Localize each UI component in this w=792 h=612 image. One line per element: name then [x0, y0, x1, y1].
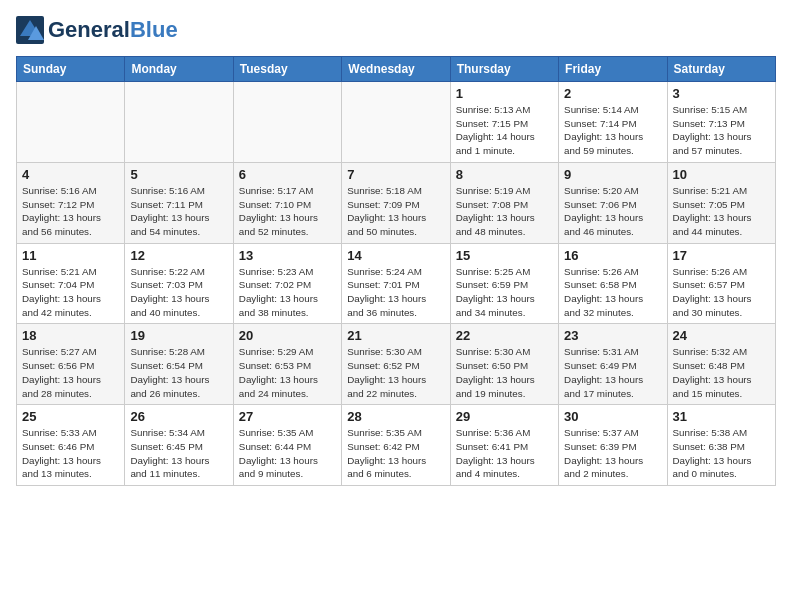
- calendar-cell: 30Sunrise: 5:37 AM Sunset: 6:39 PM Dayli…: [559, 405, 667, 486]
- day-info: Sunrise: 5:27 AM Sunset: 6:56 PM Dayligh…: [22, 345, 119, 400]
- day-number: 17: [673, 248, 770, 263]
- calendar-cell: 27Sunrise: 5:35 AM Sunset: 6:44 PM Dayli…: [233, 405, 341, 486]
- day-number: 6: [239, 167, 336, 182]
- header-monday: Monday: [125, 57, 233, 82]
- calendar-table: SundayMondayTuesdayWednesdayThursdayFrid…: [16, 56, 776, 486]
- calendar-cell: 6Sunrise: 5:17 AM Sunset: 7:10 PM Daylig…: [233, 162, 341, 243]
- day-number: 22: [456, 328, 553, 343]
- calendar-cell: [125, 82, 233, 163]
- logo-blue: Blue: [130, 17, 178, 42]
- day-number: 31: [673, 409, 770, 424]
- day-number: 8: [456, 167, 553, 182]
- calendar-cell: 12Sunrise: 5:22 AM Sunset: 7:03 PM Dayli…: [125, 243, 233, 324]
- day-number: 4: [22, 167, 119, 182]
- calendar-cell: 14Sunrise: 5:24 AM Sunset: 7:01 PM Dayli…: [342, 243, 450, 324]
- calendar-cell: 7Sunrise: 5:18 AM Sunset: 7:09 PM Daylig…: [342, 162, 450, 243]
- logo-icon: [16, 16, 44, 44]
- day-number: 26: [130, 409, 227, 424]
- day-number: 14: [347, 248, 444, 263]
- week-row-2: 11Sunrise: 5:21 AM Sunset: 7:04 PM Dayli…: [17, 243, 776, 324]
- calendar-cell: 24Sunrise: 5:32 AM Sunset: 6:48 PM Dayli…: [667, 324, 775, 405]
- day-info: Sunrise: 5:28 AM Sunset: 6:54 PM Dayligh…: [130, 345, 227, 400]
- day-number: 2: [564, 86, 661, 101]
- calendar-cell: 26Sunrise: 5:34 AM Sunset: 6:45 PM Dayli…: [125, 405, 233, 486]
- day-number: 11: [22, 248, 119, 263]
- calendar-cell: 1Sunrise: 5:13 AM Sunset: 7:15 PM Daylig…: [450, 82, 558, 163]
- header-saturday: Saturday: [667, 57, 775, 82]
- calendar-cell: 18Sunrise: 5:27 AM Sunset: 6:56 PM Dayli…: [17, 324, 125, 405]
- header-friday: Friday: [559, 57, 667, 82]
- day-info: Sunrise: 5:36 AM Sunset: 6:41 PM Dayligh…: [456, 426, 553, 481]
- calendar-cell: 11Sunrise: 5:21 AM Sunset: 7:04 PM Dayli…: [17, 243, 125, 324]
- calendar-cell: 29Sunrise: 5:36 AM Sunset: 6:41 PM Dayli…: [450, 405, 558, 486]
- calendar-cell: [17, 82, 125, 163]
- day-info: Sunrise: 5:16 AM Sunset: 7:12 PM Dayligh…: [22, 184, 119, 239]
- day-info: Sunrise: 5:18 AM Sunset: 7:09 PM Dayligh…: [347, 184, 444, 239]
- calendar-cell: 13Sunrise: 5:23 AM Sunset: 7:02 PM Dayli…: [233, 243, 341, 324]
- logo: GeneralBlue: [16, 16, 178, 44]
- calendar-cell: [342, 82, 450, 163]
- calendar-cell: 21Sunrise: 5:30 AM Sunset: 6:52 PM Dayli…: [342, 324, 450, 405]
- calendar-cell: 28Sunrise: 5:35 AM Sunset: 6:42 PM Dayli…: [342, 405, 450, 486]
- calendar-cell: [233, 82, 341, 163]
- day-number: 20: [239, 328, 336, 343]
- day-number: 19: [130, 328, 227, 343]
- day-info: Sunrise: 5:35 AM Sunset: 6:42 PM Dayligh…: [347, 426, 444, 481]
- day-info: Sunrise: 5:17 AM Sunset: 7:10 PM Dayligh…: [239, 184, 336, 239]
- day-info: Sunrise: 5:24 AM Sunset: 7:01 PM Dayligh…: [347, 265, 444, 320]
- day-number: 24: [673, 328, 770, 343]
- day-info: Sunrise: 5:38 AM Sunset: 6:38 PM Dayligh…: [673, 426, 770, 481]
- calendar-cell: 19Sunrise: 5:28 AM Sunset: 6:54 PM Dayli…: [125, 324, 233, 405]
- day-info: Sunrise: 5:35 AM Sunset: 6:44 PM Dayligh…: [239, 426, 336, 481]
- day-info: Sunrise: 5:37 AM Sunset: 6:39 PM Dayligh…: [564, 426, 661, 481]
- day-number: 28: [347, 409, 444, 424]
- day-info: Sunrise: 5:23 AM Sunset: 7:02 PM Dayligh…: [239, 265, 336, 320]
- day-number: 16: [564, 248, 661, 263]
- day-number: 21: [347, 328, 444, 343]
- page-header: GeneralBlue: [16, 16, 776, 44]
- calendar-cell: 8Sunrise: 5:19 AM Sunset: 7:08 PM Daylig…: [450, 162, 558, 243]
- day-info: Sunrise: 5:21 AM Sunset: 7:05 PM Dayligh…: [673, 184, 770, 239]
- day-number: 9: [564, 167, 661, 182]
- day-info: Sunrise: 5:26 AM Sunset: 6:58 PM Dayligh…: [564, 265, 661, 320]
- week-row-1: 4Sunrise: 5:16 AM Sunset: 7:12 PM Daylig…: [17, 162, 776, 243]
- day-info: Sunrise: 5:26 AM Sunset: 6:57 PM Dayligh…: [673, 265, 770, 320]
- calendar-cell: 3Sunrise: 5:15 AM Sunset: 7:13 PM Daylig…: [667, 82, 775, 163]
- day-info: Sunrise: 5:30 AM Sunset: 6:50 PM Dayligh…: [456, 345, 553, 400]
- calendar-cell: 10Sunrise: 5:21 AM Sunset: 7:05 PM Dayli…: [667, 162, 775, 243]
- day-info: Sunrise: 5:22 AM Sunset: 7:03 PM Dayligh…: [130, 265, 227, 320]
- day-info: Sunrise: 5:34 AM Sunset: 6:45 PM Dayligh…: [130, 426, 227, 481]
- header-thursday: Thursday: [450, 57, 558, 82]
- week-row-4: 25Sunrise: 5:33 AM Sunset: 6:46 PM Dayli…: [17, 405, 776, 486]
- day-info: Sunrise: 5:33 AM Sunset: 6:46 PM Dayligh…: [22, 426, 119, 481]
- logo-text: GeneralBlue: [48, 19, 178, 41]
- calendar-cell: 25Sunrise: 5:33 AM Sunset: 6:46 PM Dayli…: [17, 405, 125, 486]
- day-number: 13: [239, 248, 336, 263]
- day-info: Sunrise: 5:16 AM Sunset: 7:11 PM Dayligh…: [130, 184, 227, 239]
- day-info: Sunrise: 5:30 AM Sunset: 6:52 PM Dayligh…: [347, 345, 444, 400]
- calendar-cell: 23Sunrise: 5:31 AM Sunset: 6:49 PM Dayli…: [559, 324, 667, 405]
- day-number: 12: [130, 248, 227, 263]
- day-number: 18: [22, 328, 119, 343]
- day-info: Sunrise: 5:13 AM Sunset: 7:15 PM Dayligh…: [456, 103, 553, 158]
- calendar-cell: 20Sunrise: 5:29 AM Sunset: 6:53 PM Dayli…: [233, 324, 341, 405]
- header-sunday: Sunday: [17, 57, 125, 82]
- day-info: Sunrise: 5:14 AM Sunset: 7:14 PM Dayligh…: [564, 103, 661, 158]
- day-info: Sunrise: 5:31 AM Sunset: 6:49 PM Dayligh…: [564, 345, 661, 400]
- calendar-cell: 5Sunrise: 5:16 AM Sunset: 7:11 PM Daylig…: [125, 162, 233, 243]
- day-number: 30: [564, 409, 661, 424]
- calendar-cell: 16Sunrise: 5:26 AM Sunset: 6:58 PM Dayli…: [559, 243, 667, 324]
- calendar-cell: 22Sunrise: 5:30 AM Sunset: 6:50 PM Dayli…: [450, 324, 558, 405]
- day-number: 23: [564, 328, 661, 343]
- calendar-cell: 4Sunrise: 5:16 AM Sunset: 7:12 PM Daylig…: [17, 162, 125, 243]
- day-number: 15: [456, 248, 553, 263]
- calendar-cell: 15Sunrise: 5:25 AM Sunset: 6:59 PM Dayli…: [450, 243, 558, 324]
- day-number: 7: [347, 167, 444, 182]
- calendar-cell: 9Sunrise: 5:20 AM Sunset: 7:06 PM Daylig…: [559, 162, 667, 243]
- day-number: 5: [130, 167, 227, 182]
- logo-general: General: [48, 17, 130, 42]
- week-row-0: 1Sunrise: 5:13 AM Sunset: 7:15 PM Daylig…: [17, 82, 776, 163]
- day-number: 25: [22, 409, 119, 424]
- calendar-header-row: SundayMondayTuesdayWednesdayThursdayFrid…: [17, 57, 776, 82]
- header-tuesday: Tuesday: [233, 57, 341, 82]
